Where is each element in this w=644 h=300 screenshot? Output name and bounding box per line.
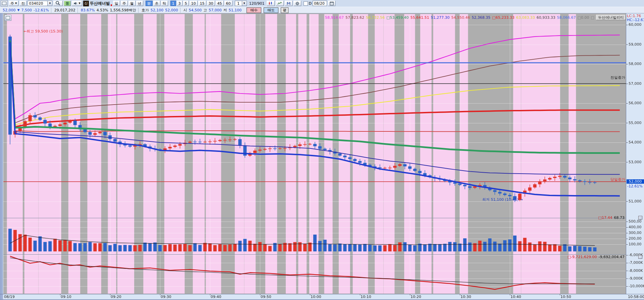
collapse-volume-pane-icon[interactable] <box>638 216 642 220</box>
open-price: 54,500 <box>189 8 202 12</box>
interval-button-10[interactable]: 10 <box>190 1 198 6</box>
gear-icon <box>295 1 300 6</box>
mode-button-초[interactable]: 초 <box>153 1 160 6</box>
chart-tool-icon[interactable] <box>4 15 11 21</box>
interval-button-1[interactable]: 1 <box>170 1 176 6</box>
price-tick-label: 55,000 <box>629 121 642 125</box>
stock-code-combo[interactable]: 034020▼ <box>28 1 52 6</box>
period-button-주[interactable]: 주 <box>121 1 128 6</box>
sound-button[interactable]: ▼ <box>72 1 82 6</box>
indicator-value: 63,083.33 <box>516 15 535 20</box>
volume-tick-label: 300,00 <box>629 231 642 235</box>
buy-button[interactable]: 매수 <box>247 7 261 13</box>
current-price-badge: 52,000 <box>627 179 644 184</box>
volume-tick-label: 200,00 <box>629 236 642 241</box>
interval-button-45[interactable]: 45 <box>216 1 224 6</box>
chevron-down-icon[interactable]: ▼ <box>242 1 247 6</box>
interval-button-60[interactable]: 60 <box>224 1 232 6</box>
indicator-value: 58,914.67 <box>325 15 344 20</box>
price-tick-label: 57,000 <box>629 81 642 86</box>
d-checkbox-label: D <box>309 1 311 6</box>
time-tick-label: 10:40 <box>511 295 521 299</box>
time-tick-label: 09:30 <box>161 295 171 299</box>
price-change-pct: -12.61% <box>34 8 49 12</box>
indicator-value: 56,732.56 <box>366 15 385 20</box>
volume-tick-label: 400,00 <box>629 225 642 229</box>
hoga-ask: 52,100 <box>151 8 164 12</box>
price-tick-label: 58,000 <box>629 62 642 66</box>
price-tick-label: 54,000 <box>629 140 642 144</box>
period-button-년[interactable]: 년 <box>136 1 143 6</box>
time-tick-label: 10:30 <box>461 295 471 299</box>
price-change: 7,500 <box>21 8 32 12</box>
flat-button[interactable]: 평 <box>281 7 288 13</box>
stock-name: 두산에너빌 <box>90 1 112 6</box>
volume-value: 29,017,202 <box>54 8 75 12</box>
pane3-tick-label: -9,000K <box>629 276 643 281</box>
price-tick-label: 60,000 <box>629 22 642 27</box>
volume-tick-label: 100,00 <box>629 242 642 246</box>
candle-style-button[interactable] <box>267 1 275 6</box>
line-style-button[interactable] <box>276 1 284 6</box>
hoga-bid: 52,000 <box>165 8 178 12</box>
chart-area: 60,00059,00058,00057,00056,00055,00054,0… <box>0 0 644 300</box>
mode-button-분[interactable]: 분 <box>146 1 153 6</box>
indicator-value: 52,368.35 <box>472 15 490 20</box>
open-label: 시 <box>183 8 187 13</box>
hc-value: HC:-12.61 <box>627 18 644 22</box>
date-field[interactable]: 08/20 <box>313 1 327 6</box>
high-price: 57,000 <box>209 8 222 12</box>
search-icon <box>55 1 61 6</box>
settings-button[interactable] <box>293 1 301 6</box>
period-button-월[interactable]: 월 <box>128 1 136 6</box>
pane3-tick-label: -8,000K <box>629 268 643 273</box>
save-icon <box>286 1 291 5</box>
price-tick-label: 53,000 <box>629 160 642 164</box>
down-arrow-icon: ▼ <box>17 8 20 12</box>
pane3-tick-label: -7,000K <box>629 260 643 265</box>
bar-count: 120/901 <box>249 1 265 6</box>
time-tick-label: 09:40 <box>211 295 221 299</box>
custom-interval-combo[interactable]: 1▼ <box>235 1 247 6</box>
price-tick-label: 59,000 <box>629 42 642 47</box>
time-tick-label: 10:20 <box>411 295 421 299</box>
current-change-pct: -12.61% <box>627 184 643 188</box>
volume-indicator-value: 68.73 <box>614 216 625 220</box>
interval-button-5[interactable]: 5 <box>183 1 189 6</box>
chart-canvas[interactable] <box>0 0 644 300</box>
indicator-value: □53,459.40 <box>386 15 409 20</box>
mode-button-틱[interactable]: 틱 <box>161 1 168 6</box>
time-tick-label: 10:10 <box>361 295 371 299</box>
tong-button[interactable]: 통 <box>64 1 71 6</box>
prev-close-label: 전일종가 <box>610 75 625 80</box>
today-close-label: 당일종가 <box>610 177 625 182</box>
time-tick-label: 10:58:00 <box>628 295 644 299</box>
pane3-indicator-value: -9,692,004.47 <box>599 255 625 259</box>
interval-button-15[interactable]: 15 <box>198 1 206 6</box>
indicator-legend: 58,914.6757,823.6256,732.56□53,459.4055,… <box>325 15 626 20</box>
search-button[interactable] <box>53 1 63 6</box>
low-annotation: 최저 51,100 (10:41) → <box>482 197 523 202</box>
speaker-icon <box>73 1 78 5</box>
calendar-icon <box>330 1 334 5</box>
period-button-일[interactable]: 일 <box>113 1 120 6</box>
shin-credit-badge: 신 <box>83 1 89 6</box>
chevron-down-icon[interactable]: ▼ <box>47 1 52 6</box>
price-tick-label: 51,000 <box>629 199 642 203</box>
sell-button[interactable]: 매도 <box>264 7 278 13</box>
d-checkbox[interactable] <box>304 1 308 6</box>
time-tick-label: 09:50 <box>261 295 271 299</box>
indicator-value: 57,823.62 <box>345 15 364 20</box>
period-type-combo[interactable]: 주▼ <box>9 1 18 6</box>
calendar-button[interactable] <box>328 1 335 6</box>
interval-button-3[interactable]: 3 <box>177 1 182 6</box>
low-label: 저 <box>223 8 227 13</box>
jeon-button[interactable]: 전 <box>19 1 26 6</box>
high-annotation: ←최고 59,500 (15:30) <box>23 29 63 34</box>
toolbar: 주▼ 전 034020▼ 통 ▼ 신 두산에너빌 일주월년 분초틱 135101… <box>0 0 644 13</box>
interval-button-30[interactable]: 30 <box>207 1 215 6</box>
save-button[interactable] <box>285 1 292 6</box>
collapse-pane3-icon[interactable] <box>638 255 642 259</box>
window-icon[interactable] <box>1 0 8 7</box>
alert-dot <box>111 4 112 6</box>
